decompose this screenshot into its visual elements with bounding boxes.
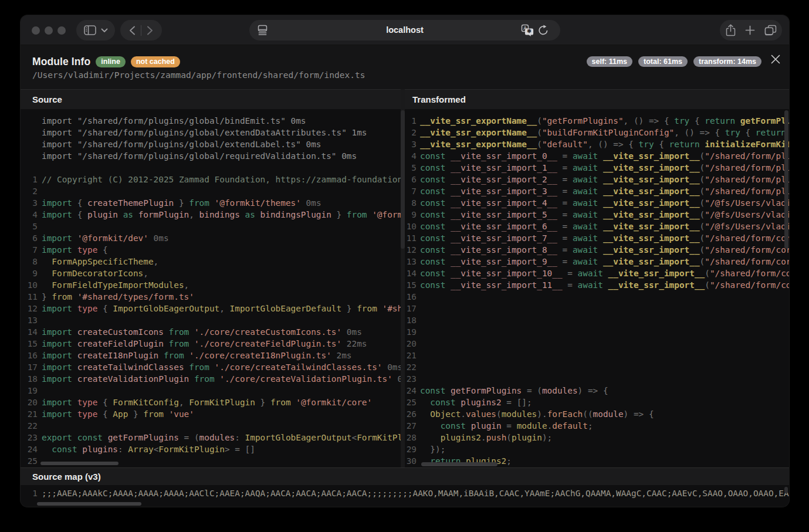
code-line: 11} from '#shared/types/form.ts' — [21, 291, 401, 303]
code-line: 13 — [21, 314, 401, 326]
code-line: import "/shared/form/plugins/global/exte… — [21, 127, 401, 138]
code-line: 9 FormDecoratorIcons, — [21, 267, 401, 279]
nav-separator — [141, 25, 141, 36]
code-line: 24const getFormPlugins = (modules) => { — [405, 385, 789, 397]
browser-window: localhost A ✱ — [21, 15, 789, 507]
code-line: 3import { createThemePlugin } from '@for… — [21, 197, 401, 209]
back-button[interactable] — [129, 26, 136, 35]
sourcemap-vertical-scrollbar[interactable] — [784, 487, 788, 493]
code-line: 29 }); — [405, 443, 789, 455]
code-line: 13const __vite_ssr_import_9__ = await __… — [405, 256, 789, 267]
code-line: 10 FormFieldTypeImportModules, — [21, 279, 401, 291]
code-line: 5const __vite_ssr_import_1__ = await __v… — [405, 162, 789, 174]
code-line: 4import { plugin as formPlugin, bindings… — [21, 209, 401, 221]
sourcemap-horizontal-scrollbar[interactable] — [37, 502, 141, 506]
source-panel-title: Source — [21, 89, 401, 109]
traffic-light-close-icon[interactable] — [32, 26, 40, 35]
badge-inline: inline — [96, 56, 126, 67]
code-line: 24 const plugins: Array<FormKitPlugin> =… — [21, 443, 401, 455]
badge-not-cached: not cached — [131, 56, 180, 67]
code-line: 18 — [405, 314, 789, 326]
code-line: 3__vite_ssr_exportName__("default", () =… — [405, 138, 789, 150]
timing-transform: transform: 14ms — [693, 56, 761, 67]
code-line: 25 const plugins2 = []; — [405, 397, 789, 408]
code-line: 9const __vite_ssr_import_5__ = await __v… — [405, 209, 789, 221]
traffic-light-minimize-icon[interactable] — [45, 26, 53, 35]
code-line: 12const __vite_ssr_import_8__ = await __… — [405, 244, 789, 256]
close-icon[interactable] — [770, 54, 781, 65]
transformed-vertical-scrollbar[interactable] — [784, 110, 788, 249]
source-panel: Source import "/shared/form/plugins/glob… — [21, 89, 401, 467]
chevron-down-icon — [101, 28, 108, 33]
navigation-buttons — [120, 20, 162, 40]
sidebar-icon — [84, 25, 96, 35]
code-line: 21 — [405, 350, 789, 361]
code-line: 4const __vite_ssr_import_0__ = await __v… — [405, 150, 789, 162]
code-line: 19 — [405, 326, 789, 338]
code-line: 27 const plugin = module.default; — [405, 420, 789, 432]
source-code[interactable]: import "/shared/form/plugins/global/bind… — [21, 109, 401, 467]
code-line: 22 — [405, 361, 789, 373]
code-line: 1__vite_ssr_exportName__("getFormPlugins… — [405, 115, 789, 127]
code-line: 14const __vite_ssr_import_10__ = await _… — [405, 267, 789, 279]
code-line: 23export const getFormPlugins = (modules… — [21, 432, 401, 443]
share-icon[interactable] — [726, 24, 736, 36]
transformed-panel: Transformed 1__vite_ssr_exportName__("ge… — [405, 89, 789, 467]
page-title: Module Info — [32, 56, 90, 68]
toolbar-right-group — [720, 20, 782, 40]
code-line: 26 Object.values(modules).forEach((modul… — [405, 408, 789, 420]
code-line: 6import '@formkit/dev' 0ms — [21, 232, 401, 244]
address-bar[interactable]: localhost A ✱ — [249, 20, 560, 40]
code-line: 20 — [405, 338, 789, 350]
new-tab-icon[interactable] — [745, 25, 755, 35]
code-line: 21import type { App } from 'vue' — [21, 408, 401, 420]
code-line: 7import type { — [21, 244, 401, 256]
timing-total: total: 61ms — [638, 56, 688, 67]
code-line: 20import type { FormKitConfig, FormKitPl… — [21, 397, 401, 408]
source-horizontal-scrollbar[interactable] — [40, 462, 119, 465]
source-vertical-scrollbar[interactable] — [401, 110, 405, 249]
code-line: 1;;;AAEA;AAAkC;AAAA;AAAA;AAAA;AAClC;AAEA… — [21, 487, 789, 499]
code-line: 23 — [405, 373, 789, 385]
forward-button[interactable] — [147, 26, 153, 35]
code-line: 6const __vite_ssr_import_2__ = await __v… — [405, 174, 789, 185]
reload-icon[interactable] — [538, 25, 549, 36]
code-line: 28 plugins2.push(plugin); — [405, 432, 789, 443]
code-line: import "/shared/form/plugins/global/bind… — [21, 115, 401, 127]
code-line — [21, 162, 401, 174]
transformed-horizontal-scrollbar[interactable] — [421, 462, 497, 466]
code-line: 2 — [21, 185, 401, 197]
code-panels: Source import "/shared/form/plugins/glob… — [21, 89, 789, 467]
code-line: import "/shared/form/plugins/global/requ… — [21, 150, 401, 162]
code-line: 12import type { ImportGlobEagerOutput, I… — [21, 303, 401, 314]
code-line: 10const __vite_ssr_import_6__ = await __… — [405, 221, 789, 232]
sidebar-toggle-button[interactable] — [76, 20, 115, 40]
code-line: 8const __vite_ssr_import_4__ = await __v… — [405, 197, 789, 209]
tabs-overview-icon[interactable] — [764, 25, 777, 36]
code-line: 15const __vite_ssr_import_11__ = await _… — [405, 279, 789, 291]
code-line: 19 — [21, 385, 401, 397]
code-line: 25 — [21, 455, 401, 467]
sourcemap-section: Source map (v3) 1;;;AAEA;AAAkC;AAAA;AAAA… — [21, 467, 789, 507]
code-line: 14import createCustomIcons from './core/… — [21, 326, 401, 338]
timing-self: self: 11ms — [587, 56, 632, 67]
url-text: localhost — [249, 20, 560, 40]
code-line: 15import createFieldPlugin from './core/… — [21, 338, 401, 350]
code-line: 1// Copyright (C) 2012-2025 Zammad Found… — [21, 174, 401, 185]
module-info-header: Module Info inline not cached self: 11ms… — [21, 45, 789, 89]
code-line: 7const __vite_ssr_import_3__ = await __v… — [405, 185, 789, 197]
traffic-light-zoom-icon[interactable] — [57, 26, 66, 35]
code-line: 11const __vite_ssr_import_7__ = await __… — [405, 232, 789, 244]
svg-text:✱: ✱ — [527, 28, 532, 34]
translate-icon[interactable]: A ✱ — [521, 24, 534, 36]
transformed-panel-title: Transformed — [405, 89, 789, 109]
code-line: 22 — [21, 420, 401, 432]
code-line: 2__vite_ssr_exportName__("buildFormKitPl… — [405, 127, 789, 138]
code-line: 8 FormAppSpecificTheme, — [21, 256, 401, 267]
code-line: import "/shared/form/plugins/global/exte… — [21, 138, 401, 150]
browser-titlebar: localhost A ✱ — [21, 15, 789, 45]
code-line: 16import createI18nPlugin from './core/c… — [21, 350, 401, 361]
code-line: 18import createValidationPlugin from './… — [21, 373, 401, 385]
code-line: 16 — [405, 291, 789, 303]
transformed-code[interactable]: 1__vite_ssr_exportName__("getFormPlugins… — [405, 109, 789, 467]
